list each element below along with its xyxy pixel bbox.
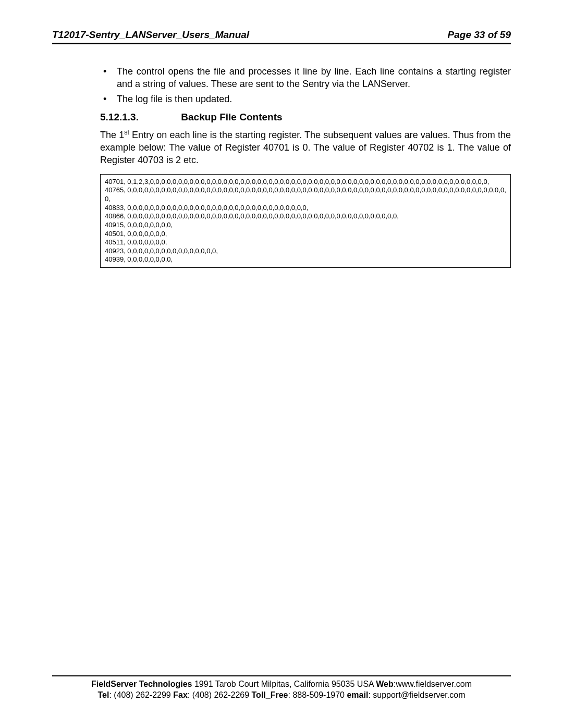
section-heading: 5.12.1.3. Backup File Contents <box>100 112 511 123</box>
code-line: 40833, 0,0,0,0,0,0,0,0,0,0,0,0,0,0,0,0,0… <box>105 204 506 213</box>
code-line: 40511, 0,0,0,0,0,0,0, <box>105 238 506 247</box>
code-line: 40915, 0,0,0,0,0,0,0,0, <box>105 221 506 230</box>
footer-email-value: : support@fieldserver.com <box>368 690 465 699</box>
footer-toll-value: : 888-509-1970 <box>288 690 347 699</box>
footer-fax-label: Fax <box>173 690 188 699</box>
code-line: 40866, 0,0,0,0,0,0,0,0,0,0,0,0,0,0,0,0,0… <box>105 212 506 221</box>
paragraph: The 1st Entry on each line is the starti… <box>100 128 511 167</box>
code-line: 40939, 0,0,0,0,0,0,0,0, <box>105 255 506 264</box>
footer-line-1: FieldServer Technologies 1991 Tarob Cour… <box>52 678 511 690</box>
paragraph-prefix: The 1 <box>100 130 124 140</box>
ordinal-superscript: st <box>124 129 129 136</box>
page-content: The control opens the file and processes… <box>100 65 511 268</box>
page-number: Page 33 of 59 <box>448 29 511 41</box>
section-number: 5.12.1.3. <box>100 112 178 123</box>
footer-line-2: Tel: (408) 262-2299 Fax: (408) 262-2269 … <box>52 689 511 701</box>
page-header: T12017-Sentry_LANServer_Users_Manual Pag… <box>52 29 511 44</box>
footer-fax-value: : (408) 262-2269 <box>188 690 252 699</box>
footer-company: FieldServer Technologies <box>91 680 192 688</box>
backup-file-example: 40701, 0,1,2,3,0,0,0,0,0,0,0,0,0,0,0,0,0… <box>100 174 511 268</box>
footer-address: 1991 Tarob Court Milpitas, California 95… <box>192 680 376 688</box>
code-line: 40923, 0,0,0,0,0,0,0,0,0,0,0,0,0,0,0,0, <box>105 247 506 256</box>
footer-tel-value: : (408) 262-2299 <box>109 690 173 699</box>
footer-web-value: :www.fieldserver.com <box>394 680 472 688</box>
document-page: T12017-Sentry_LANServer_Users_Manual Pag… <box>0 0 563 728</box>
code-line: 40701, 0,1,2,3,0,0,0,0,0,0,0,0,0,0,0,0,0… <box>105 178 506 187</box>
page-footer: FieldServer Technologies 1991 Tarob Cour… <box>52 675 511 701</box>
section-title: Backup File Contents <box>181 112 282 122</box>
code-line: 40765, 0,0,0,0,0,0,0,0,0,0,0,0,0,0,0,0,0… <box>105 186 506 203</box>
footer-email-label: email <box>347 690 368 699</box>
bullet-item: The log file is then updated. <box>100 93 511 105</box>
document-title: T12017-Sentry_LANServer_Users_Manual <box>52 29 249 41</box>
footer-toll-label: Toll_Free <box>252 690 288 699</box>
code-line: 40501, 0,0,0,0,0,0,0, <box>105 230 506 239</box>
bullet-list: The control opens the file and processes… <box>100 65 511 105</box>
bullet-item: The control opens the file and processes… <box>100 65 511 91</box>
footer-tel-label: Tel <box>98 690 109 699</box>
paragraph-rest: Entry on each line is the starting regis… <box>100 130 511 166</box>
footer-web-label: Web <box>376 680 393 688</box>
